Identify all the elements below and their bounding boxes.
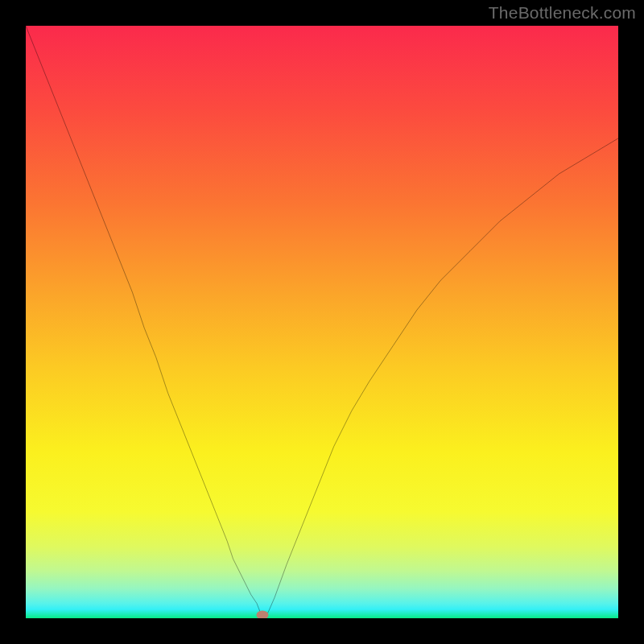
bottleneck-curve	[26, 26, 618, 618]
watermark-text: TheBottleneck.com	[489, 3, 636, 23]
chart-frame: TheBottleneck.com	[0, 0, 644, 644]
minimum-marker	[257, 611, 269, 619]
plot-area	[26, 26, 618, 618]
